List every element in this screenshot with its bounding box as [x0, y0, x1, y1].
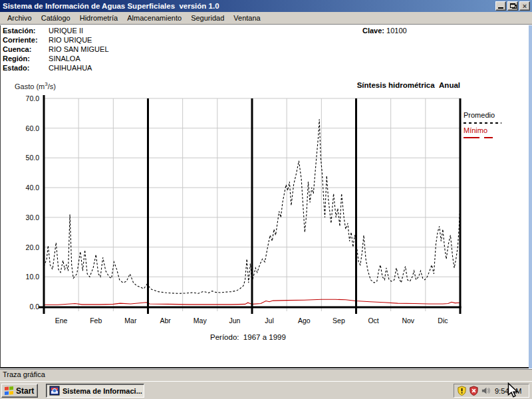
legend-promedio-line-icon: [464, 122, 501, 124]
volume-icon[interactable]: [481, 386, 491, 396]
legend-minimo-line-icon: [464, 137, 493, 138]
window-title: Sistema de Información de Aguas Superfic…: [3, 2, 219, 10]
y-axis-title: Gasto (m3/s): [15, 81, 56, 90]
taskbar: Start Sistema de Informaci...: [0, 381, 532, 399]
menu-item-seguridad[interactable]: Seguridad: [186, 13, 229, 23]
app-icon: [49, 386, 60, 396]
station-row: Estación: URIQUE II: [3, 27, 83, 35]
desktop: Sistema de Información de Aguas Superfic…: [0, 0, 532, 399]
status-bar: [0, 369, 532, 381]
taskbar-app-button[interactable]: Sistema de Informaci...: [46, 384, 144, 398]
menu-item-hidrometria[interactable]: Hidrometría: [75, 13, 122, 23]
legend-promedio-label: Promedio: [464, 111, 495, 119]
start-label: Start: [16, 386, 34, 396]
taskbar-app-label: Sistema de Informaci...: [63, 387, 142, 395]
menu-item-catalogo[interactable]: Catálogo: [37, 13, 75, 23]
menu-bar: ArchivoCatálogoHidrometríaAlmacenamiento…: [0, 12, 532, 25]
window-right-border: [529, 25, 532, 368]
menu-item-ventana[interactable]: Ventana: [229, 13, 265, 23]
restore-icon-front: [510, 3, 515, 8]
start-button[interactable]: Start: [1, 384, 38, 398]
security-alert-shield-icon[interactable]: [469, 386, 479, 396]
station-key: Clave: 10100: [362, 27, 407, 35]
mouse-cursor-icon: [507, 382, 519, 398]
station-row: Cuenca: RIO SAN MIGUEL: [3, 45, 109, 53]
chart-title: Síntesis hidrométrica Anual: [286, 81, 460, 89]
windows-logo-icon: [4, 386, 14, 396]
legend-minimo-label: Mínimo: [464, 126, 487, 134]
minimize-button[interactable]: [495, 1, 506, 11]
menu-item-archivo[interactable]: Archivo: [3, 13, 37, 23]
security-warning-shield-icon[interactable]: [457, 386, 467, 396]
period-caption: Período: 1967 a 1999: [210, 333, 286, 341]
clave-value: 10100: [386, 27, 407, 35]
clave-label: Clave:: [362, 27, 384, 35]
minimize-icon: [498, 7, 503, 9]
station-row: Estado: CHIHUAHUA: [3, 64, 92, 72]
title-bar: Sistema de Información de Aguas Superfic…: [0, 0, 532, 12]
restore-button[interactable]: [507, 1, 518, 11]
close-icon: ×: [523, 2, 527, 10]
menu-item-almacenamiento[interactable]: Almacenamiento: [122, 13, 186, 23]
status-text: Traza gráfica: [3, 370, 45, 378]
station-row: Corriente: RIO URIQUE: [3, 36, 92, 44]
close-button[interactable]: ×: [519, 1, 530, 11]
station-row: Región: SINALOA: [3, 55, 80, 63]
client-area: [0, 25, 532, 368]
